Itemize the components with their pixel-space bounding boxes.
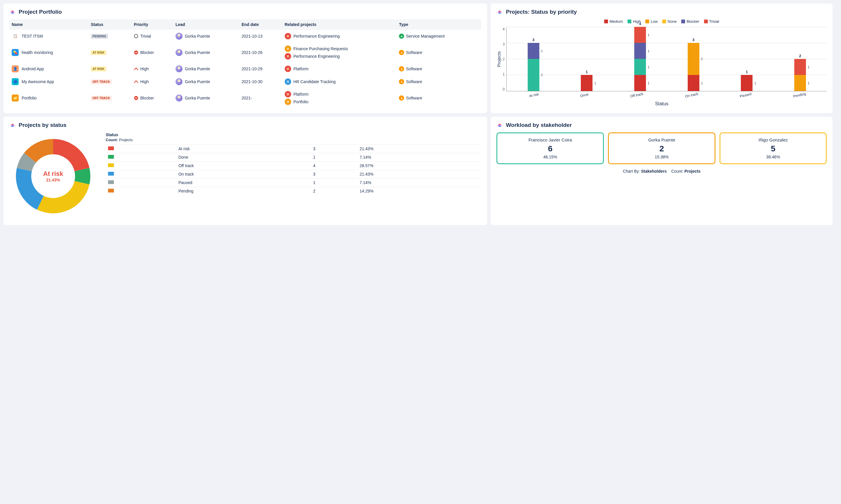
legend-row[interactable]: Done17.14% xyxy=(106,153,481,162)
priority-icon xyxy=(134,96,138,100)
portfolio-table: NameStatusPriorityLeadEnd dateRelated pr… xyxy=(9,19,481,108)
legend-row[interactable]: At risk321.43% xyxy=(106,145,481,153)
app-logo-icon xyxy=(496,122,503,128)
table-row[interactable]: 👤Android AppAT RISKHighGorka Puente2021-… xyxy=(9,62,481,75)
legend-row[interactable]: Pending214.29% xyxy=(106,187,481,195)
stakeholder-count: 5 xyxy=(723,144,824,154)
column-header[interactable]: Related projects xyxy=(282,19,397,30)
stakeholder-name: Francisco Javier Coira xyxy=(500,137,601,142)
type-icon: ● xyxy=(399,34,404,39)
type-icon: ● xyxy=(399,79,404,84)
status-badge: OFF TRACK xyxy=(91,96,112,101)
workload-card[interactable]: Iñigo Gonzalez538.46% xyxy=(720,132,827,164)
column-header[interactable]: Priority xyxy=(132,19,173,30)
related-project[interactable]: ⚙HR Candidate Tracking xyxy=(285,78,395,85)
legend-swatch xyxy=(662,20,666,23)
bar-column[interactable]: 213 xyxy=(527,43,540,91)
legend-row[interactable]: Paused17.14% xyxy=(106,179,481,187)
status-badge: PENDING xyxy=(91,34,108,39)
stakeholder-count: 2 xyxy=(611,144,712,154)
related-project[interactable]: ⚙Platform xyxy=(285,91,395,97)
bar-total: 3 xyxy=(532,38,534,42)
related-project[interactable]: ⚙Portfolio xyxy=(285,98,395,105)
project-name: health monitoring xyxy=(22,50,53,55)
legend-item[interactable]: Low xyxy=(645,19,658,24)
bar-segment: 2 xyxy=(688,43,699,75)
panel-workload: Workload by stakeholder Francisco Javier… xyxy=(491,117,833,225)
priority-label: Trivial xyxy=(140,34,151,38)
priority-label: High xyxy=(140,79,149,84)
donut-slice[interactable] xyxy=(37,181,90,214)
priority-icon xyxy=(134,34,138,38)
workload-card[interactable]: Gorka Puente215.38% xyxy=(608,132,716,164)
legend-item[interactable]: None xyxy=(662,19,676,24)
column-header[interactable]: Lead xyxy=(173,19,239,30)
legend-row[interactable]: Off track428.57% xyxy=(106,162,481,170)
related-project[interactable]: ⚙Platform xyxy=(285,66,395,72)
stakeholder-pct: 15.38% xyxy=(611,155,712,159)
column-header[interactable]: Name xyxy=(9,19,88,30)
priority-label: Blocker xyxy=(140,96,154,100)
stakeholder-name: Iñigo Gonzalez xyxy=(723,137,824,142)
bar-total: 1 xyxy=(586,70,588,74)
lead-name: Gorka Puente xyxy=(185,50,210,55)
table-row[interactable]: 📁PortfolioOFF TRACKBlockerGorka Puente20… xyxy=(9,88,481,108)
legend-item[interactable]: Medium xyxy=(604,19,623,24)
end-date: 2021-10-29 xyxy=(239,62,282,75)
bar-column[interactable]: 11 xyxy=(740,75,753,91)
bar-segment: 1 xyxy=(688,75,699,91)
stakeholder-pct: 46.15% xyxy=(500,155,601,159)
bar-column[interactable]: 112 xyxy=(793,59,807,91)
y-axis-label: Projects xyxy=(496,51,501,67)
svg-rect-2 xyxy=(135,52,137,53)
end-date: 2021- xyxy=(239,88,282,108)
legend-row[interactable]: On track321.43% xyxy=(106,170,481,179)
x-axis-labels: At riskDoneOff trackOn trackPausedPendin… xyxy=(508,93,827,97)
column-header[interactable]: End date xyxy=(239,19,282,30)
workload-card[interactable]: Francisco Javier Coira646.15% xyxy=(496,132,604,164)
legend-item[interactable]: Trivial xyxy=(704,19,719,24)
related-project[interactable]: ⚙Performance Engineering xyxy=(285,53,395,59)
bars-area: 213111111412311112 xyxy=(507,27,827,91)
legend-swatch xyxy=(704,20,708,23)
donut-chart[interactable]: At risk 21.43% xyxy=(9,132,97,220)
lead-name: Gorka Puente xyxy=(185,79,210,84)
bar-segment: 1 xyxy=(581,75,593,91)
donut-slice[interactable] xyxy=(16,168,44,210)
priority-icon xyxy=(134,67,138,71)
bar-column[interactable]: 11 xyxy=(580,75,594,91)
related-project-icon: ⚙ xyxy=(285,98,291,105)
related-project-icon: ⚙ xyxy=(285,91,291,97)
project-icon: 💊 xyxy=(12,49,19,56)
type-icon: ● xyxy=(399,66,404,71)
type-label: Software xyxy=(406,50,422,55)
bar-chart-legend: MediumHighLowNoneBlockerTrivial xyxy=(496,19,827,24)
avatar xyxy=(175,33,183,40)
lead-name: Gorka Puente xyxy=(185,34,210,38)
donut-legend: Status Count: Projects At risk321.43%Don… xyxy=(106,132,481,195)
table-row[interactable]: 📋TEST ITSMPENDINGTrivialGorka Puente2021… xyxy=(9,30,481,42)
legend-swatch xyxy=(108,189,114,193)
workload-footer: Chart By: Stakeholders Count: Projects xyxy=(496,169,827,174)
bar-segment: 1 xyxy=(528,43,539,59)
column-header[interactable]: Status xyxy=(88,19,132,30)
table-row[interactable]: 💊health monitoringAT RISKBlockerGorka Pu… xyxy=(9,42,481,62)
related-project[interactable]: ⚙Finance Purchasing Requests xyxy=(285,46,395,52)
app-logo-icon xyxy=(496,9,503,15)
related-project[interactable]: ⚙Performance Engineering xyxy=(285,33,395,39)
avatar xyxy=(175,94,183,102)
donut-slice[interactable] xyxy=(53,139,89,172)
bar-segment: 1 xyxy=(794,75,806,91)
column-header[interactable]: Type xyxy=(397,19,481,30)
legend-item[interactable]: Blocker xyxy=(681,19,699,24)
app-logo-icon xyxy=(9,9,16,15)
type-label: Software xyxy=(406,96,422,100)
bar-column[interactable]: 123 xyxy=(687,43,700,91)
bar-column[interactable]: 11114 xyxy=(633,27,647,91)
bar-total: 4 xyxy=(639,22,641,26)
type-label: Service Management xyxy=(406,34,444,38)
project-icon: 📁 xyxy=(12,94,19,102)
bar-segment: 1 xyxy=(634,59,646,75)
legend-swatch xyxy=(681,20,685,23)
table-row[interactable]: 🔵My Awesome AppOFF TRACKHighGorka Puente… xyxy=(9,75,481,88)
